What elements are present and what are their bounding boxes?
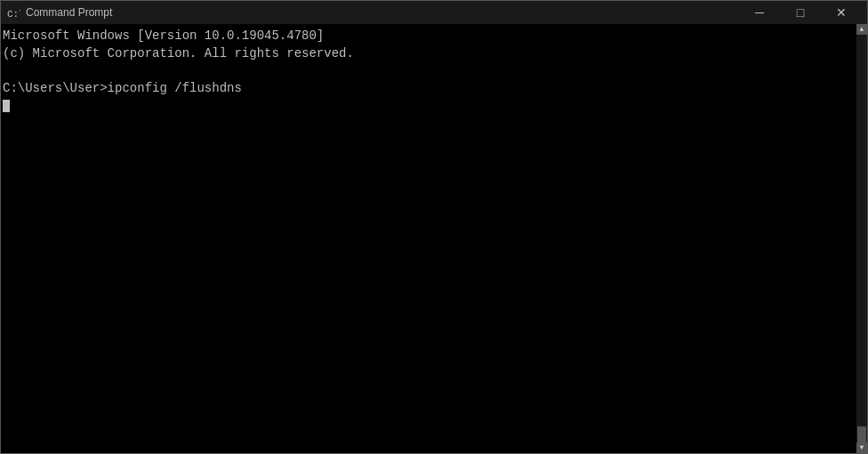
console-line-4: C:\Users\User>ipconfig /flushdns — [3, 80, 864, 98]
window-title: Command Prompt — [26, 6, 112, 19]
console-body[interactable]: Microsoft Windows [Version 10.0.19045.47… — [1, 24, 867, 453]
console-line-3 — [3, 62, 864, 80]
scroll-down-arrow[interactable]: ▼ — [856, 442, 867, 453]
title-bar: C:\ Command Prompt ─ □ ✕ — [1, 1, 867, 24]
svg-text:C:\: C:\ — [7, 9, 20, 20]
cursor — [3, 100, 10, 112]
console-line-1: Microsoft Windows [Version 10.0.19045.47… — [3, 28, 864, 45]
console-line-2: (c) Microsoft Corporation. All rights re… — [3, 45, 864, 63]
command-prompt-window: C:\ Command Prompt ─ □ ✕ Microsoft Windo… — [0, 0, 868, 454]
window-controls: ─ □ ✕ — [739, 1, 862, 24]
vertical-scrollbar[interactable]: ▲ ▼ — [856, 24, 867, 453]
scroll-thumb[interactable] — [857, 426, 866, 442]
console-cursor-line — [3, 97, 864, 115]
title-bar-left: C:\ Command Prompt — [6, 5, 112, 20]
scroll-up-arrow[interactable]: ▲ — [856, 24, 867, 35]
minimize-button[interactable]: ─ — [739, 1, 780, 24]
maximize-button[interactable]: □ — [780, 1, 821, 24]
close-button[interactable]: ✕ — [821, 1, 862, 24]
cmd-icon: C:\ — [6, 5, 20, 20]
